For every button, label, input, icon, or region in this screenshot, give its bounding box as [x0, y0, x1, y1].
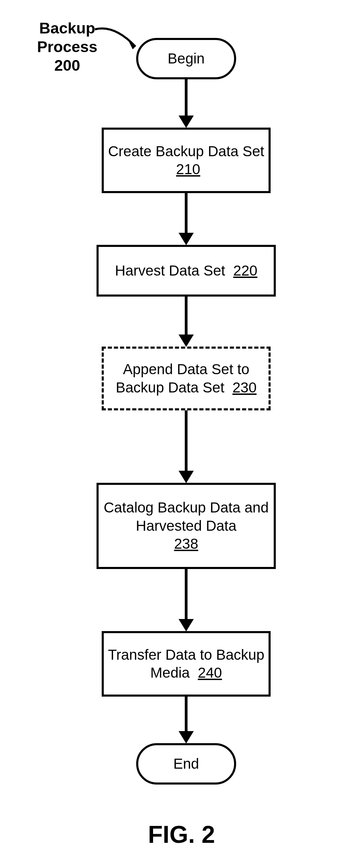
- process-238: Catalog Backup Data and Harvested Data 2…: [97, 483, 276, 569]
- process-238-ref: 238: [174, 536, 198, 552]
- edge-238-240-line: [185, 569, 188, 619]
- process-220-ref: 220: [233, 262, 258, 279]
- terminator-begin-label: Begin: [168, 50, 204, 68]
- edge-210-220-line: [185, 193, 188, 233]
- process-240-content: Transfer Data to Backup Media 240: [104, 646, 269, 682]
- process-220: Harvest Data Set 220: [97, 245, 276, 297]
- process-230-ref: 230: [232, 379, 256, 396]
- process-238-content: Catalog Backup Data and Harvested Data 2…: [99, 499, 274, 553]
- edge-begin-210-line: [185, 79, 188, 116]
- process-210-content: Create Backup Data Set 210: [104, 142, 269, 179]
- terminator-end: End: [136, 743, 236, 785]
- process-238-text: Catalog Backup Data and Harvested Data: [104, 499, 269, 534]
- edge-230-238-head: [179, 471, 194, 483]
- process-230-content: Append Data Set to Backup Data Set 230: [104, 360, 269, 397]
- process-240-text: Transfer Data to Backup Media: [108, 647, 264, 681]
- process-240: Transfer Data to Backup Media 240: [102, 631, 271, 697]
- process-220-content: Harvest Data Set 220: [115, 262, 257, 280]
- edge-240-end-head: [179, 731, 194, 744]
- figure-caption: FIG. 2: [0, 821, 363, 848]
- process-210-text: Create Backup Data Set: [108, 143, 264, 159]
- title-leader-line: [95, 19, 140, 52]
- edge-220-230-head: [179, 335, 194, 347]
- figure-caption-text: FIG. 2: [148, 821, 215, 848]
- diagram-title-text: BackupProcess 200: [37, 19, 97, 74]
- edge-begin-210-head: [179, 116, 194, 128]
- process-230-optional: Append Data Set to Backup Data Set 230: [102, 347, 271, 410]
- edge-220-230-line: [185, 297, 188, 335]
- process-210-ref: 210: [176, 161, 200, 177]
- edge-230-238-line: [185, 410, 188, 471]
- edge-210-220-head: [179, 233, 194, 245]
- flowchart-canvas: BackupProcess 200 Begin Create Backup Da…: [0, 0, 363, 868]
- edge-238-240-head: [179, 619, 194, 631]
- process-240-ref: 240: [198, 665, 222, 681]
- process-210: Create Backup Data Set 210: [102, 128, 271, 193]
- terminator-end-label: End: [173, 755, 199, 773]
- edge-240-end-line: [185, 697, 188, 731]
- terminator-begin: Begin: [136, 38, 236, 79]
- process-220-text: Harvest Data Set: [115, 262, 225, 279]
